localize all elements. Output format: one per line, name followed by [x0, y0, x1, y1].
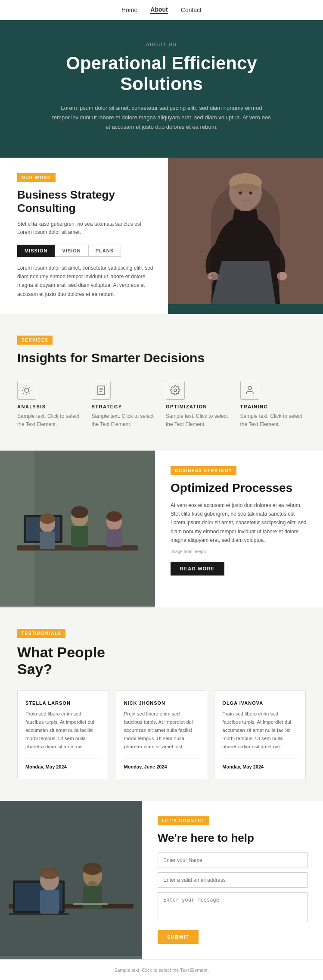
hero-description: Lorem ipsum dolor sit amet, consetetur s… [52, 103, 271, 132]
our-work-tabs: MISSION VISION PLANS [17, 245, 155, 257]
optimized-title: Optimized Processes [171, 481, 307, 495]
hero-section: ABOUT US Operational Efficiency Solution… [0, 20, 323, 158]
svg-line-20 [23, 393, 24, 394]
analysis-text: Sample text. Click to select the Text El… [17, 412, 83, 429]
analysis-label: ANALYSIS [17, 404, 83, 409]
testimonial-name-0: STELLA LARSON [25, 700, 101, 706]
svg-point-13 [25, 388, 29, 392]
tab-plans[interactable]: PLANS [88, 245, 121, 257]
optimization-icon [166, 381, 185, 400]
tab-mission[interactable]: MISSION [17, 245, 55, 257]
svg-line-16 [23, 387, 24, 387]
our-work-section: OUR WORK Business Strategy Consulting St… [0, 158, 323, 314]
svg-rect-22 [98, 386, 105, 395]
services-title: Insights for Smarter Decisions [17, 351, 306, 365]
service-strategy: STRATEGY Sample text. Click to select th… [92, 381, 158, 429]
contact-badge: LET'S CONNECT [158, 816, 209, 825]
our-work-title: Business Strategy Consulting [17, 188, 155, 215]
nav-home[interactable]: Home [121, 6, 137, 13]
svg-rect-60 [0, 801, 142, 956]
message-input[interactable] [158, 892, 307, 922]
contact-image [0, 801, 142, 959]
our-work-badge: OUR WORK [17, 173, 56, 182]
optimized-content: BUSINESS STRATEGY Optimized Processes At… [155, 451, 323, 607]
testimonials-title: What People Say? [17, 644, 306, 678]
email-input[interactable] [158, 872, 307, 888]
service-training: TRAINING Sample text. Click to select th… [240, 381, 306, 429]
analysis-icon [17, 381, 36, 400]
contact-form: LET'S CONNECT We're here to help SUBMIT [142, 801, 323, 959]
services-section: SERVICES Insights for Smarter Decisions … [0, 314, 323, 450]
contact-title: We're here to help [158, 831, 307, 845]
services-badge: SERVICES [17, 336, 53, 345]
svg-rect-12 [168, 158, 323, 304]
contact-section: LET'S CONNECT We're here to help SUBMIT [0, 801, 323, 959]
testimonial-olga: OLGA IVANOVA Proin sed libero enim sed f… [214, 691, 306, 779]
strategy-icon [92, 381, 111, 400]
svg-point-8 [214, 275, 221, 280]
service-analysis: ANALYSIS Sample text. Click to select th… [17, 381, 83, 429]
our-work-content: OUR WORK Business Strategy Consulting St… [0, 158, 168, 314]
svg-rect-4 [240, 208, 251, 217]
footer: Sample text. Click to select the Text El… [0, 959, 323, 980]
image-credit: Image from freepik [171, 549, 307, 554]
read-more-button[interactable]: READ MORE [171, 562, 224, 576]
svg-rect-45 [0, 451, 155, 606]
training-icon [240, 381, 259, 400]
nav-about[interactable]: About [150, 6, 168, 14]
testimonials-badge: TESTIMONIALS [17, 629, 65, 638]
testimonial-date-2: Monday, May 2024 [222, 759, 298, 769]
nav-contact[interactable]: Contact [181, 6, 202, 13]
testimonials-section: TESTIMONIALS What People Say? STELLA LAR… [0, 607, 323, 801]
optimization-label: OPTIMIZATION [166, 404, 232, 409]
training-label: TRAINING [240, 404, 306, 409]
optimization-text: Sample text. Click to select the Text El… [166, 412, 232, 429]
name-input[interactable] [158, 852, 307, 868]
optimized-section: BUSINESS STRATEGY Optimized Processes At… [0, 451, 323, 607]
testimonials-grid: STELLA LARSON Proin sed libero enim sed … [17, 691, 306, 779]
testimonial-name-2: OLGA IVANOVA [222, 700, 298, 706]
strategy-label: STRATEGY [92, 404, 158, 409]
tab-vision[interactable]: VISION [55, 245, 88, 257]
our-work-image [168, 158, 323, 314]
hero-title: Operational Efficiency Solutions [52, 53, 271, 95]
our-work-body: Lorem ipsum dolor sit amet, consetetur s… [17, 264, 155, 299]
optimized-badge: BUSINESS STRATEGY [171, 466, 236, 475]
testimonial-stella: STELLA LARSON Proin sed libero enim sed … [17, 691, 109, 779]
svg-point-10 [239, 191, 242, 194]
svg-line-17 [29, 393, 30, 394]
service-optimization: OPTIMIZATION Sample text. Click to selec… [166, 381, 232, 429]
testimonial-nick: NICK JHONSON Proin sed libero enim sed f… [116, 691, 208, 779]
testimonial-text-2: Proin sed libero enim sed faucibus turpi… [222, 710, 298, 751]
svg-point-27 [248, 386, 252, 390]
testimonial-date-1: Monday, June 2024 [124, 759, 199, 769]
footer-text: Sample text. Click to select the Text El… [8, 968, 315, 973]
person-image [168, 158, 323, 304]
navigation: Home About Contact [0, 0, 323, 20]
testimonial-name-1: NICK JHONSON [124, 700, 199, 706]
testimonial-date-0: Monday, May 2024 [25, 759, 101, 769]
svg-line-21 [29, 387, 30, 387]
strategy-text: Sample text. Click to select the Text El… [92, 412, 158, 429]
our-work-subtitle: Stet clita kasd gubergren, no sea takima… [17, 220, 155, 236]
hero-label: ABOUT US [52, 42, 271, 47]
training-text: Sample text. Click to select the Text El… [240, 412, 306, 429]
submit-button[interactable]: SUBMIT [158, 930, 199, 944]
svg-point-26 [174, 389, 177, 392]
testimonial-text-1: Proin sed libero enim sed faucibus turpi… [124, 710, 199, 751]
optimized-image [0, 451, 155, 607]
services-grid: ANALYSIS Sample text. Click to select th… [17, 381, 306, 429]
svg-point-11 [249, 191, 252, 194]
testimonial-text-0: Proin sed libero enim sed faucibus turpi… [25, 710, 101, 751]
optimized-body: At vero eos et accusam et justo duo dolo… [171, 501, 307, 545]
